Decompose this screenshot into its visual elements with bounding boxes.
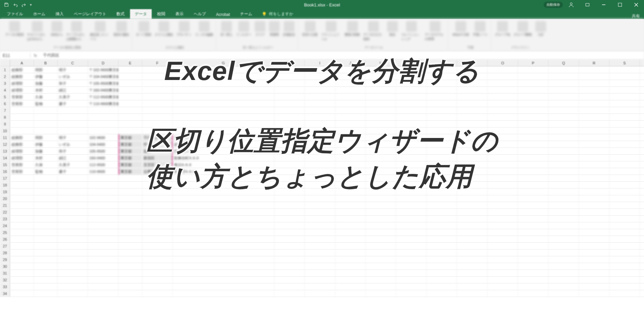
cell[interactable] <box>58 202 88 208</box>
cell[interactable] <box>366 161 396 168</box>
cell[interactable] <box>427 66 457 73</box>
cell[interactable] <box>173 73 274 80</box>
cell[interactable] <box>88 250 119 256</box>
table-row[interactable]: 2総務部伊藤いずみ〒104-9400東京都中央区築地X-X-X <box>0 73 644 80</box>
cell[interactable] <box>142 80 173 86</box>
cell[interactable] <box>173 250 274 256</box>
cell[interactable]: 112-9500 <box>88 161 119 168</box>
cell[interactable] <box>10 188 34 195</box>
cell[interactable] <box>366 73 396 80</box>
column-header[interactable]: J <box>335 60 366 66</box>
cell[interactable] <box>427 270 457 276</box>
cell[interactable] <box>396 243 427 249</box>
cell[interactable]: 営業部 <box>10 161 34 168</box>
cell[interactable] <box>274 243 305 249</box>
cell[interactable] <box>335 195 366 202</box>
cell[interactable] <box>10 250 34 256</box>
cell[interactable] <box>457 80 488 86</box>
cell[interactable] <box>335 216 366 222</box>
cell[interactable] <box>366 236 396 242</box>
cell[interactable] <box>609 73 640 80</box>
cell[interactable] <box>274 256 305 263</box>
column-header[interactable]: N <box>457 60 488 66</box>
cell[interactable] <box>488 250 518 256</box>
cell[interactable] <box>173 243 274 249</box>
cell[interactable] <box>58 182 88 188</box>
cell[interactable]: 東京都 <box>119 141 142 147</box>
cell[interactable] <box>335 94 366 100</box>
cell[interactable] <box>335 263 366 270</box>
cell[interactable] <box>609 175 640 181</box>
cell[interactable]: 東京都 <box>119 155 142 161</box>
cell[interactable] <box>457 277 488 283</box>
cell[interactable] <box>305 148 335 154</box>
column-header[interactable]: H <box>274 60 305 66</box>
ribbon-button[interactable]: テーブルまたは範囲から <box>66 20 87 42</box>
cell[interactable] <box>488 236 518 242</box>
cell[interactable] <box>366 127 396 134</box>
row-number[interactable]: 29 <box>0 256 10 263</box>
cell[interactable] <box>549 127 579 134</box>
cell[interactable] <box>34 277 58 283</box>
cell[interactable] <box>305 277 335 283</box>
cell[interactable] <box>457 263 488 270</box>
cell[interactable] <box>457 222 488 229</box>
cell[interactable] <box>305 127 335 134</box>
cell[interactable] <box>173 87 274 93</box>
cell[interactable] <box>609 161 640 168</box>
cell[interactable] <box>579 263 609 270</box>
column-header[interactable]: B <box>34 60 58 66</box>
cell[interactable] <box>142 94 173 100</box>
cell[interactable]: 営業部 <box>10 94 34 100</box>
cell[interactable] <box>305 66 335 73</box>
ribbon-button[interactable]: すべて更新 <box>135 20 152 38</box>
table-row[interactable]: 26 <box>0 236 644 243</box>
tab-page-layout[interactable]: ページレイアウト <box>69 9 111 19</box>
cell[interactable] <box>173 195 274 202</box>
cell[interactable] <box>518 243 549 249</box>
cell[interactable] <box>396 175 427 181</box>
cell[interactable] <box>142 87 173 93</box>
close-icon[interactable] <box>628 0 644 9</box>
cell[interactable] <box>579 283 609 290</box>
cell[interactable] <box>274 236 305 242</box>
cell[interactable]: 九段南X-X-X <box>173 134 274 141</box>
cell[interactable] <box>427 216 457 222</box>
cell[interactable] <box>609 107 640 114</box>
cell[interactable] <box>366 182 396 188</box>
cell[interactable] <box>427 229 457 236</box>
cell[interactable] <box>457 195 488 202</box>
cell[interactable] <box>549 270 579 276</box>
cell[interactable] <box>119 250 142 256</box>
cell[interactable] <box>119 182 142 188</box>
cell[interactable] <box>305 290 335 297</box>
cell[interactable] <box>366 100 396 107</box>
cell[interactable] <box>366 209 396 215</box>
cell[interactable] <box>579 107 609 114</box>
cell[interactable]: 総務部 <box>10 134 34 141</box>
cell[interactable]: 絹江 <box>58 87 88 93</box>
cell[interactable]: 木村 <box>34 155 58 161</box>
cell[interactable] <box>34 127 58 134</box>
cell[interactable] <box>119 121 142 127</box>
cell[interactable] <box>396 229 427 236</box>
cell[interactable] <box>10 270 34 276</box>
cell[interactable] <box>396 114 427 120</box>
cell[interactable] <box>58 107 88 114</box>
cell[interactable]: 監物 <box>34 100 58 107</box>
cell[interactable] <box>335 250 366 256</box>
cell[interactable] <box>518 216 549 222</box>
cell[interactable] <box>579 73 609 80</box>
cell[interactable] <box>457 209 488 215</box>
cell[interactable] <box>88 283 119 290</box>
cell[interactable] <box>579 188 609 195</box>
minimize-icon[interactable] <box>596 0 611 9</box>
cell[interactable] <box>119 256 142 263</box>
cell[interactable] <box>119 195 142 202</box>
cell[interactable] <box>34 121 58 127</box>
cell[interactable] <box>549 283 579 290</box>
cell[interactable] <box>34 250 58 256</box>
ribbon-button[interactable]: リンクの編集 <box>194 20 214 38</box>
cell[interactable] <box>396 141 427 147</box>
cell[interactable]: 〒102-9600東京都千代田区九段南X-X-X <box>88 66 119 73</box>
